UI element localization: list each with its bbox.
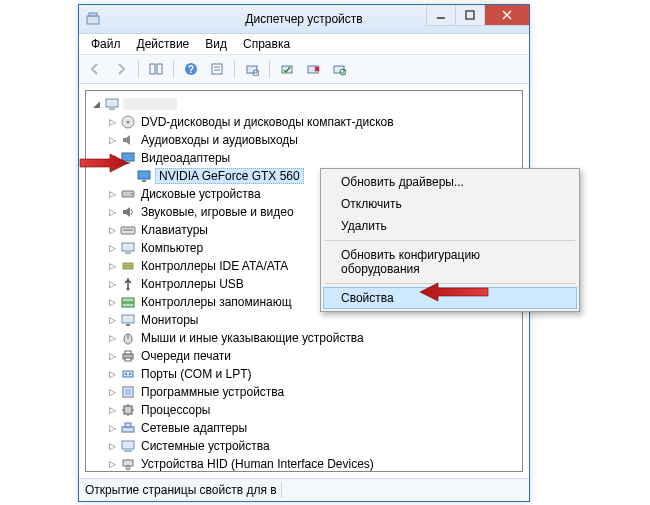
tree-node-software[interactable]: ▷ Программные устройства [88, 383, 520, 401]
expander-icon[interactable]: ▷ [106, 262, 118, 271]
node-label: Порты (COM и LPT) [139, 367, 254, 381]
node-label: Очереди печати [139, 349, 233, 363]
svg-rect-39 [122, 303, 134, 307]
expander-icon[interactable]: ▷ [106, 298, 118, 307]
node-label: Программные устройства [139, 385, 286, 399]
menu-file[interactable]: Файл [83, 37, 129, 51]
tree-node-mouse[interactable]: ▷ Мыши и иные указывающие устройства [88, 329, 520, 347]
titlebar: Диспетчер устройств [79, 5, 529, 34]
network-icon [120, 420, 136, 436]
ctx-disable[interactable]: Отключить [323, 193, 577, 215]
menu-view[interactable]: Вид [197, 37, 235, 51]
tree-node-net[interactable]: ▷ Сетевые адаптеры [88, 419, 520, 437]
context-menu: Обновить драйверы... Отключить Удалить О… [320, 168, 580, 312]
menubar: Файл Действие Вид Справка [79, 34, 529, 55]
svg-rect-6 [150, 64, 155, 74]
minimize-button[interactable] [426, 5, 455, 26]
expander-icon[interactable]: ▷ [106, 280, 118, 289]
statusbar: Открытие страницы свойств для в [79, 478, 529, 501]
expander-icon[interactable]: ▷ [106, 190, 118, 199]
svg-rect-34 [125, 252, 131, 254]
ctx-separator [325, 283, 575, 284]
svg-rect-59 [122, 441, 134, 449]
expander-icon[interactable]: ▷ [106, 352, 118, 361]
svg-rect-25 [122, 153, 134, 161]
ctx-update-drivers[interactable]: Обновить драйверы... [323, 171, 577, 193]
svg-rect-45 [125, 351, 131, 354]
expander-icon[interactable]: ▷ [106, 370, 118, 379]
expander-icon[interactable]: ▷ [106, 136, 118, 145]
svg-rect-7 [157, 64, 162, 74]
expander-icon[interactable]: ▷ [106, 226, 118, 235]
node-label: Контроллеры запоминающ [139, 295, 294, 309]
svg-rect-28 [142, 180, 146, 182]
menu-action[interactable]: Действие [129, 37, 198, 51]
expander-icon[interactable]: ▷ [106, 406, 118, 415]
svg-text:?: ? [188, 64, 194, 75]
forward-button[interactable] [109, 57, 133, 81]
tree-node-video[interactable]: ◢ Видеоадаптеры [88, 149, 520, 167]
show-hide-tree-button[interactable] [144, 57, 168, 81]
svg-rect-22 [109, 108, 115, 110]
expander-icon[interactable]: ▷ [106, 334, 118, 343]
node-label-selected: NVIDIA GeForce GTX 560 [155, 168, 304, 184]
ctx-separator [325, 240, 575, 241]
node-label: Сетевые адаптеры [139, 421, 249, 435]
maximize-button[interactable] [455, 5, 484, 26]
monitor-icon [120, 312, 136, 328]
update-driver-button[interactable] [327, 57, 351, 81]
expander-icon[interactable]: ▷ [106, 316, 118, 325]
scan-hardware-button[interactable] [240, 57, 264, 81]
tree-node-audio[interactable]: ▷ Аудиовходы и аудиовыходы [88, 131, 520, 149]
tree-node-cpu[interactable]: ▷ Процессоры [88, 401, 520, 419]
node-label: Клавиатуры [139, 223, 210, 237]
enable-button[interactable] [275, 57, 299, 81]
tree-node-ports[interactable]: ▷ Порты (COM и LPT) [88, 365, 520, 383]
toolbar-separator [269, 60, 270, 78]
ctx-properties[interactable]: Свойства [323, 287, 577, 309]
node-label: DVD-дисководы и дисководы компакт-дисков [139, 115, 396, 129]
tree-node-system[interactable]: ▷ Системные устройства [88, 437, 520, 455]
svg-rect-51 [125, 389, 131, 395]
expander-icon[interactable]: ▷ [106, 442, 118, 451]
ctx-delete[interactable]: Удалить [323, 215, 577, 237]
properties-button[interactable] [205, 57, 229, 81]
tree-node-hid[interactable]: ▷ Устройства HID (Human Interface Device… [88, 455, 520, 472]
svg-rect-57 [122, 427, 134, 432]
expander-icon[interactable]: ▷ [106, 118, 118, 127]
node-label: Контроллеры USB [139, 277, 246, 291]
expander-icon[interactable]: ▷ [106, 460, 118, 469]
help-button[interactable]: ? [179, 57, 203, 81]
toolbar-separator [173, 60, 174, 78]
svg-rect-46 [125, 358, 131, 361]
root-label [123, 98, 177, 110]
expander-icon[interactable]: ◢ [90, 100, 102, 109]
display-icon [136, 168, 152, 184]
usb-icon [120, 276, 136, 292]
expander-icon[interactable]: ▷ [106, 424, 118, 433]
pc-icon [120, 240, 136, 256]
tree-root[interactable]: ◢ [88, 95, 520, 113]
ctx-rescan[interactable]: Обновить конфигурацию оборудования [323, 244, 577, 280]
tree-node-printq[interactable]: ▷ Очереди печати [88, 347, 520, 365]
back-button[interactable] [83, 57, 107, 81]
node-label: Звуковые, игровые и видео [139, 205, 296, 219]
menu-help[interactable]: Справка [235, 37, 298, 51]
keyboard-icon [120, 222, 136, 238]
expander-icon[interactable]: ▷ [106, 388, 118, 397]
svg-rect-10 [212, 64, 222, 74]
expander-icon[interactable]: ◢ [106, 154, 118, 163]
uninstall-button[interactable] [301, 57, 325, 81]
svg-rect-38 [122, 298, 134, 302]
port-icon [120, 366, 136, 382]
tree-node-dvd[interactable]: ▷ DVD-дисководы и дисководы компакт-диск… [88, 113, 520, 131]
hdd-icon [120, 186, 136, 202]
tree-node-monitor[interactable]: ▷ Мониторы [88, 311, 520, 329]
expander-icon[interactable]: ▷ [106, 208, 118, 217]
svg-point-48 [125, 373, 127, 375]
app-icon [85, 11, 101, 27]
svg-rect-3 [466, 11, 474, 19]
system-icon [120, 438, 136, 454]
expander-icon[interactable]: ▷ [106, 244, 118, 253]
close-button[interactable] [484, 5, 529, 26]
